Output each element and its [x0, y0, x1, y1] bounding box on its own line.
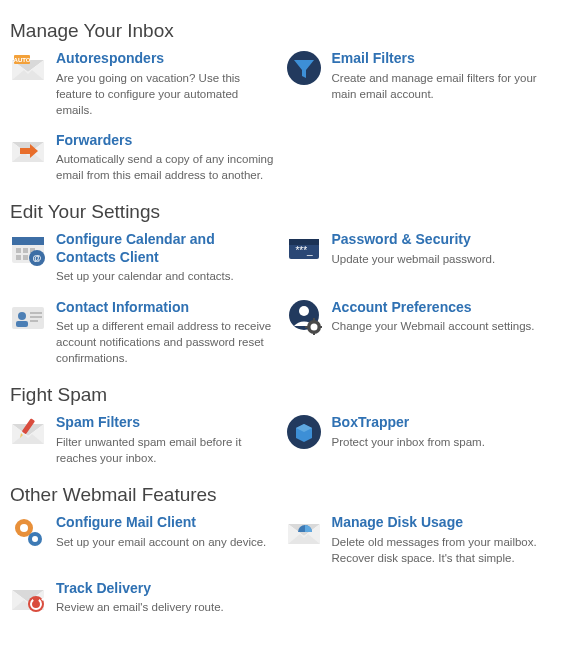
autoresponder-icon: AUTO [10, 50, 46, 86]
section-edit-settings: Edit Your Settings @ Configure Calendar … [10, 201, 551, 366]
svg-rect-27 [30, 316, 42, 318]
item-track-delivery: Track Delivery Review an email's deliver… [10, 580, 276, 616]
section-title: Manage Your Inbox [10, 20, 551, 42]
item-title-link[interactable]: Configure Calendar and Contacts Client [56, 231, 276, 266]
item-desc: Filter unwanted spam email before it rea… [56, 434, 276, 466]
spam-pencil-icon [10, 414, 46, 450]
svg-text:@: @ [33, 253, 42, 263]
boxtrapper-icon [286, 414, 322, 450]
section-title: Fight Spam [10, 384, 551, 406]
item-desc: Update your webmail password. [332, 251, 552, 267]
item-title-link[interactable]: Autoresponders [56, 50, 276, 68]
account-gear-icon [286, 299, 322, 335]
item-configure-mail-client: Configure Mail Client Set up your email … [10, 514, 276, 566]
svg-rect-26 [30, 312, 42, 314]
item-desc: Automatically send a copy of any incomin… [56, 151, 276, 183]
item-title-link[interactable]: Configure Mail Client [56, 514, 276, 532]
svg-point-32 [310, 323, 317, 330]
forward-icon [10, 132, 46, 168]
section-other-webmail: Other Webmail Features Configure Mail Cl… [10, 484, 551, 616]
item-desc: Protect your inbox from spam. [332, 434, 552, 450]
item-desc: Review an email's delivery route. [56, 599, 276, 615]
item-manage-disk-usage: Manage Disk Usage Delete old messages fr… [286, 514, 552, 566]
item-title-link[interactable]: Account Preferences [332, 299, 552, 317]
svg-point-44 [20, 524, 28, 532]
item-forwarders: Forwarders Automatically send a copy of … [10, 132, 276, 184]
item-title-link[interactable]: Spam Filters [56, 414, 276, 432]
filter-icon [286, 50, 322, 86]
svg-rect-25 [16, 321, 28, 327]
item-desc: Are you going on vacation? Use this feat… [56, 70, 276, 118]
svg-point-24 [18, 312, 26, 320]
item-password-security: ***_ Password & Security Update your web… [286, 231, 552, 284]
item-desc: Create and manage email filters for your… [332, 70, 552, 102]
contact-card-icon [10, 299, 46, 335]
item-title-link[interactable]: BoxTrapper [332, 414, 552, 432]
item-title-link[interactable]: Track Delivery [56, 580, 276, 598]
item-contact-information: Contact Information Set up a different e… [10, 299, 276, 367]
section-manage-inbox: Manage Your Inbox AUTO Autoresponders Ar… [10, 20, 551, 183]
item-desc: Change your Webmail account settings. [332, 318, 552, 334]
svg-rect-28 [30, 320, 38, 322]
svg-text:***_: ***_ [295, 245, 313, 256]
item-title-link[interactable]: Password & Security [332, 231, 552, 249]
item-title-link[interactable]: Manage Disk Usage [332, 514, 552, 532]
item-email-filters: Email Filters Create and manage email fi… [286, 50, 552, 118]
item-spam-filters: Spam Filters Filter unwanted spam email … [10, 414, 276, 466]
item-autoresponders: AUTO Autoresponders Are you going on vac… [10, 50, 276, 118]
svg-rect-12 [12, 237, 44, 245]
section-grid: AUTO Autoresponders Are you going on vac… [10, 50, 551, 183]
track-delivery-icon [10, 580, 46, 616]
item-desc: Set up your calendar and contacts. [56, 268, 276, 284]
section-title: Edit Your Settings [10, 201, 551, 223]
disk-usage-icon [286, 514, 322, 550]
item-account-preferences: Account Preferences Change your Webmail … [286, 299, 552, 367]
item-calendar-contacts: @ Configure Calendar and Contacts Client… [10, 231, 276, 284]
svg-text:AUTO: AUTO [14, 57, 31, 63]
section-grid: Spam Filters Filter unwanted spam email … [10, 414, 551, 466]
item-boxtrapper: BoxTrapper Protect your inbox from spam. [286, 414, 552, 466]
section-fight-spam: Fight Spam Spam Filters Filter unwanted … [10, 384, 551, 466]
mail-client-gears-icon [10, 514, 46, 550]
section-grid: Configure Mail Client Set up your email … [10, 514, 551, 616]
item-title-link[interactable]: Contact Information [56, 299, 276, 317]
section-grid: @ Configure Calendar and Contacts Client… [10, 231, 551, 366]
calendar-icon: @ [10, 231, 46, 267]
item-title-link[interactable]: Email Filters [332, 50, 552, 68]
item-desc: Delete old messages from your mailbox. R… [332, 534, 552, 566]
svg-point-46 [32, 536, 38, 542]
section-title: Other Webmail Features [10, 484, 551, 506]
item-desc: Set up a different email address to rece… [56, 318, 276, 366]
svg-rect-14 [23, 248, 28, 253]
item-title-link[interactable]: Forwarders [56, 132, 276, 150]
svg-rect-16 [16, 255, 21, 260]
password-icon: ***_ [286, 231, 322, 267]
svg-rect-17 [23, 255, 28, 260]
item-desc: Set up your email account on any device. [56, 534, 276, 550]
svg-point-30 [299, 306, 309, 316]
svg-rect-13 [16, 248, 21, 253]
